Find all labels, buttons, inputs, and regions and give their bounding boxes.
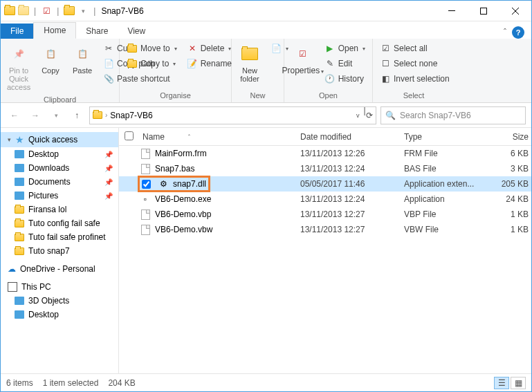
file-row[interactable]: ▫VB6-Demo.exe13/11/2013 12:24Application… [119,192,531,207]
maximize-button[interactable] [468,1,499,21]
edit-button[interactable]: ✎Edit [322,57,368,71]
sort-asc-icon: ˆ [188,133,190,140]
history-button[interactable]: 🕐History [322,72,368,86]
dll-icon: ⚙ [160,179,167,189]
file-size: 1 KB [490,209,531,219]
file-row[interactable]: ⚙snap7.dll05/05/2017 11:46Application ex… [119,176,531,192]
column-type[interactable]: Type [401,132,490,142]
file-name: Snap7.bas [155,164,194,174]
open-button[interactable]: ▶Open▾ [322,41,368,55]
file-type: Application exten... [401,179,490,189]
forward-button[interactable]: → [27,107,44,124]
qat-item[interactable] [17,5,30,17]
select-all-button[interactable]: ☑Select all [377,41,452,55]
close-button[interactable] [499,1,531,21]
properties-icon: ☑ [299,43,306,65]
file-name: snap7.dll [173,179,206,189]
qat-dropdown-icon[interactable]: ▾ [77,5,89,17]
help-icon[interactable]: ? [512,26,524,39]
file-row[interactable]: Snap7.bas13/11/2013 12:24BAS File3 KB [119,161,531,176]
select-none-button[interactable]: ☐Select none [377,57,452,71]
folder-icon [15,220,24,227]
column-date[interactable]: Date modified [297,132,401,142]
file-icon [140,224,151,235]
svg-rect-1 [481,8,487,14]
open-icon: ▶ [324,43,336,54]
file-row[interactable]: VB6-Demo.vbw13/11/2013 12:27VBW File1 KB [119,222,531,237]
copy-button[interactable]: 📋Copy [35,40,66,77]
sidebar-item-label: Tuto fail safe profinet [28,232,106,242]
sidebar-item[interactable]: Downloads📌 [1,161,118,175]
file-list: MainForm.frm13/11/2013 12:26FRM File6 KB… [119,146,531,373]
file-date: 05/05/2017 11:46 [297,179,401,189]
minimize-button[interactable] [436,1,468,21]
address-bar[interactable]: › Snap7-VB6 v| ⟳ [89,106,376,124]
tab-share[interactable]: Share [76,24,118,39]
new-folder-button[interactable]: New folder [235,40,265,86]
file-type: Application [401,194,490,204]
sidebar-3d-objects[interactable]: 3D Objects [1,294,118,308]
file-size: 24 KB [490,194,531,204]
sidebar-quick-access[interactable]: ▾★Quick access [1,132,118,147]
group-label: Organise [122,90,228,101]
sidebar-item[interactable]: Desktop📌 [1,147,118,161]
sidebar-onedrive[interactable]: ☁OneDrive - Personal [1,262,118,276]
recent-dropdown[interactable]: ▾ [48,107,64,124]
paste-button[interactable]: 📋Paste [67,40,98,77]
details-view-button[interactable]: ☰ [494,377,509,389]
search-input[interactable]: 🔍 Search Snap7-VB6 [380,106,526,124]
invert-selection-button[interactable]: ◧Invert selection [377,72,452,86]
file-icon [140,163,151,174]
collapse-ribbon-icon[interactable]: ˆ [504,28,506,37]
sidebar-item[interactable]: Tuto snap7 [1,244,118,258]
file-name: VB6-Demo.vbw [155,225,212,234]
folder-icon [15,178,24,186]
column-size[interactable]: Size [490,132,531,142]
pc-icon [8,282,17,292]
delete-button[interactable]: ✕Delete▾ [184,41,235,55]
file-icon: ⚙ [158,178,169,189]
sidebar-item[interactable]: Pictures📌 [1,189,118,203]
folder-icon [15,234,24,241]
breadcrumb-segment[interactable]: Snap7-VB6 [110,111,152,120]
up-button[interactable]: ↑ [68,107,85,124]
sidebar-item[interactable]: Firansa lol [1,203,118,216]
file-row[interactable]: MainForm.frm13/11/2013 12:26FRM File6 KB [119,146,531,161]
properties-button[interactable]: ☑Properties▾ [287,40,319,78]
icons-view-button[interactable]: ▦ [511,377,526,389]
copy-to-button[interactable]: Copy to▾ [124,57,180,71]
sidebar-desktop[interactable]: Desktop [1,308,118,321]
back-button[interactable]: ← [6,107,23,124]
column-name[interactable]: Nameˆ [140,132,297,142]
file-area: Nameˆ Date modified Type Size MainForm.f… [119,128,531,373]
pin-to-quick-access-button[interactable]: 📌Pin to Quick access [3,40,34,94]
sidebar-item[interactable]: Tuto fail safe profinet [1,230,118,244]
select-all-checkbox[interactable] [125,131,134,140]
sidebar-item[interactable]: Documents📌 [1,175,118,189]
file-type: BAS File [401,164,490,174]
file-date: 13/11/2013 12:24 [297,194,401,204]
refresh-icon[interactable]: ⟳ [366,111,373,120]
group-label: New [235,90,281,101]
folder-icon [15,192,24,200]
file-name: MainForm.frm [155,149,207,158]
address-dropdown-icon[interactable]: v [356,112,360,119]
sidebar-item[interactable]: Tuto config fail safe [1,216,118,230]
tab-file[interactable]: File [1,24,33,39]
file-size: 6 KB [490,149,531,158]
status-count: 6 items [6,378,33,388]
row-checkbox[interactable] [142,180,151,189]
file-date: 13/11/2013 12:27 [297,225,401,234]
sidebar-this-pc[interactable]: This PC [1,280,118,294]
pin-icon: 📌 [104,151,113,158]
tab-view[interactable]: View [118,24,155,39]
pin-icon: 📌 [104,165,113,172]
rename-button[interactable]: 📝Rename [184,57,235,71]
svg-rect-0 [448,10,455,11]
tab-home[interactable]: Home [33,22,76,39]
move-to-button[interactable]: Move to▾ [124,41,180,55]
file-row[interactable]: VB6-Demo.vbp13/11/2013 12:27VBP File1 KB [119,207,531,222]
qat-properties-icon[interactable]: ☑ [40,5,53,17]
chevron-right-icon[interactable]: › [105,111,107,119]
sidebar-item-label: Pictures [28,191,58,200]
